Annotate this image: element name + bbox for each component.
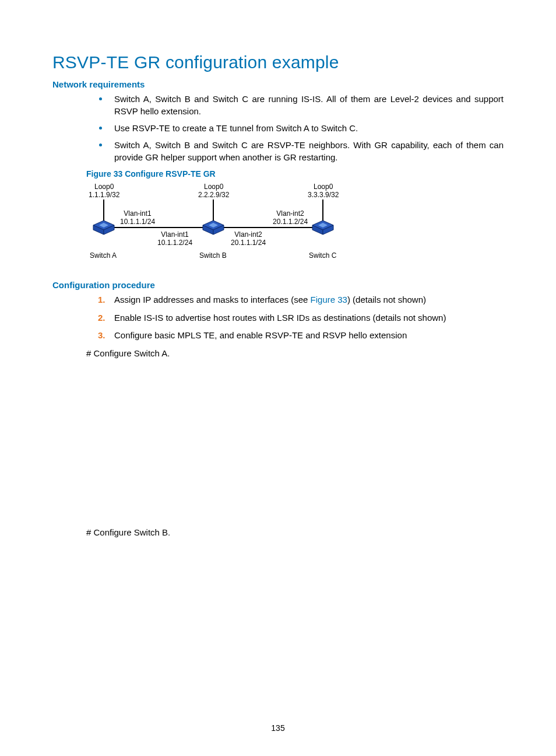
page-number: 135 xyxy=(0,723,556,733)
list-item: Switch A, Switch B and Switch C are RSVP… xyxy=(98,139,504,163)
diagram-label: Switch C xyxy=(309,252,336,260)
list-item: Use RSVP-TE to create a TE tunnel from S… xyxy=(98,122,504,134)
diagram-label: Vlan-int2 20.1.1.2/24 xyxy=(273,210,308,226)
switch-icon xyxy=(202,219,225,236)
step-text: ) (details not shown) xyxy=(347,295,426,304)
page-container: RSVP-TE GR configuration example Network… xyxy=(0,0,556,756)
heading-network-requirements: Network requirements xyxy=(52,79,504,89)
figure-33-diagram: Loop0 1.1.1.9/32 Loop0 2.2.2.9/32 Loop0 … xyxy=(86,182,354,264)
diagram-label: Loop0 2.2.2.9/32 xyxy=(198,183,229,200)
diagram-label: Vlan-int1 10.1.1.2/24 xyxy=(157,231,192,247)
figure-33-link[interactable]: Figure 33 xyxy=(311,295,347,304)
configure-switch-a-note: # Configure Switch A. xyxy=(86,348,504,358)
figure-caption: Figure 33 Configure RSVP-TE GR xyxy=(86,169,504,178)
diagram-label: Vlan-int2 20.1.1.1/24 xyxy=(231,231,266,247)
diagram-label: Switch A xyxy=(90,252,117,260)
list-item: Enable IS-IS to advertise host routes wi… xyxy=(98,312,504,325)
page-title: RSVP-TE GR configuration example xyxy=(52,52,504,72)
switch-icon xyxy=(311,219,335,236)
diagram-label: Loop0 1.1.1.9/32 xyxy=(89,183,119,200)
list-item: Assign IP addresses and masks to interfa… xyxy=(98,293,504,307)
diagram-label: Vlan-int1 10.1.1.1/24 xyxy=(120,210,155,226)
network-requirements-list: Switch A, Switch B and Switch C are runn… xyxy=(52,93,504,163)
configuration-steps-list: Assign IP addresses and masks to interfa… xyxy=(52,293,504,342)
step-text: Assign IP addresses and masks to interfa… xyxy=(114,295,311,304)
list-item: Configure basic MPLS TE, and enable RSVP… xyxy=(98,329,504,342)
configure-switch-b-note: # Configure Switch B. xyxy=(86,527,504,537)
switch-icon xyxy=(92,219,115,236)
diagram-label: Loop0 3.3.3.9/32 xyxy=(308,183,339,200)
list-item: Switch A, Switch B and Switch C are runn… xyxy=(98,93,504,117)
diagram-label: Switch B xyxy=(199,252,227,260)
heading-configuration-procedure: Configuration procedure xyxy=(52,280,504,290)
